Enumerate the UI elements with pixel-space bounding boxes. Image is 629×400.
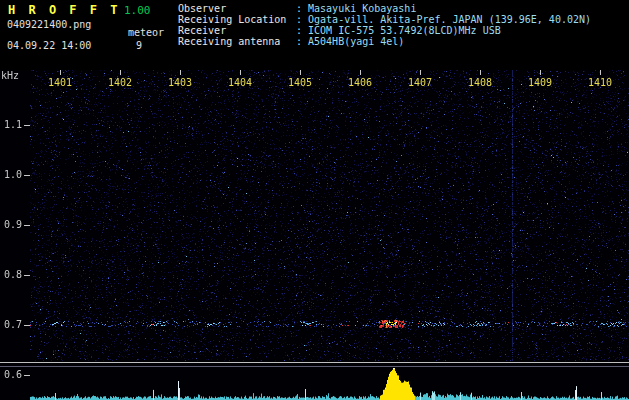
- freq-tick-label: 0.7: [2, 320, 22, 330]
- freq-tick-label: 1.1: [2, 120, 22, 130]
- info-label: Receiving Location: [178, 14, 296, 25]
- info-value: : Ogata-vill. Akita-Pref. JAPAN (139.96E…: [296, 14, 591, 25]
- time-tick-label: 1410: [587, 78, 613, 88]
- time-tick-label: 1404: [227, 78, 253, 88]
- hrofft-window: H R O F F T 1.00 0409221400.png meteor 0…: [0, 0, 629, 400]
- info-label: Receiving antenna: [178, 36, 296, 47]
- timestamp: 04.09.22 14:00: [7, 40, 91, 51]
- output-filename: 0409221400.png: [7, 19, 91, 30]
- station-info: Observer: Masayuki KobayashiReceiving Lo…: [178, 3, 591, 47]
- time-tick-label: 1405: [287, 78, 313, 88]
- app-version: 1.00: [124, 4, 151, 17]
- info-row: Receiving Location: Ogata-vill. Akita-Pr…: [178, 14, 591, 25]
- info-row: Observer: Masayuki Kobayashi: [178, 3, 591, 14]
- info-label: Observer: [178, 3, 296, 14]
- freq-tick-label: 0.8: [2, 270, 22, 280]
- info-label: Receiver: [178, 25, 296, 36]
- time-tick-label: 1401: [47, 78, 73, 88]
- info-row: Receiver: ICOM IC-575 53.7492(8LCD)MHz U…: [178, 25, 591, 36]
- info-value: : A504HB(yagi 4el): [296, 36, 404, 47]
- info-value: : ICOM IC-575 53.7492(8LCD)MHz USB: [296, 25, 501, 36]
- time-tick-label: 1403: [167, 78, 193, 88]
- freq-tick-label: 1.0: [2, 170, 22, 180]
- spectrogram-panel: kHz 1.11.00.90.80.70.6 14011402140314041…: [0, 70, 629, 400]
- time-tick-label: 1409: [527, 78, 553, 88]
- spectrogram-canvas: [0, 70, 629, 400]
- app-title: H R O F F T: [8, 3, 120, 17]
- freq-tick-label: 0.9: [2, 220, 22, 230]
- time-tick-label: 1406: [347, 78, 373, 88]
- time-tick-label: 1407: [407, 78, 433, 88]
- mode-label: meteor: [128, 27, 164, 38]
- freq-tick-label: 0.6: [2, 370, 22, 380]
- echo-count: 9: [136, 40, 142, 51]
- time-tick-label: 1408: [467, 78, 493, 88]
- time-tick-label: 1402: [107, 78, 133, 88]
- info-value: : Masayuki Kobayashi: [296, 3, 416, 14]
- freq-unit-label: kHz: [1, 70, 19, 81]
- info-row: Receiving antenna: A504HB(yagi 4el): [178, 36, 591, 47]
